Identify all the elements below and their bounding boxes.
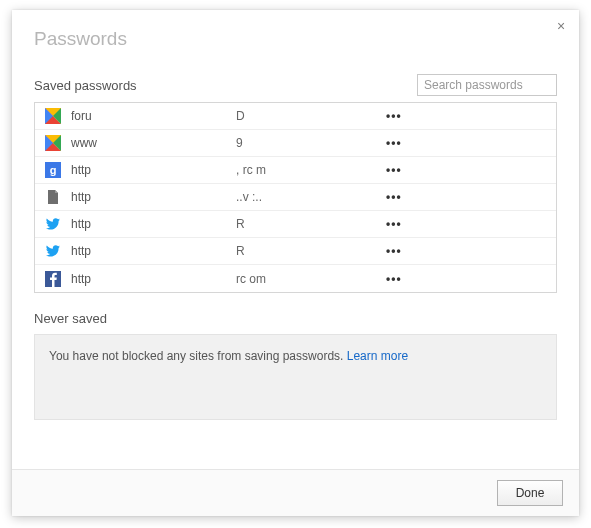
table-row[interactable]: http..v :..••• xyxy=(35,184,556,211)
done-button[interactable]: Done xyxy=(497,480,563,506)
dialog-content: Saved passwords foruD•••www9•••ghttp, rc… xyxy=(12,56,579,469)
table-row[interactable]: httprc om••• xyxy=(35,265,556,292)
close-button[interactable]: × xyxy=(551,16,571,36)
site-cell: foru xyxy=(71,109,236,123)
site-cell: http xyxy=(71,190,236,204)
search-input[interactable] xyxy=(417,74,557,96)
password-cell: ••• xyxy=(386,272,546,286)
table-row[interactable]: httpR••• xyxy=(35,211,556,238)
user-cell: ..v :.. xyxy=(236,190,386,204)
site-cell: www xyxy=(71,136,236,150)
dialog-title: Passwords xyxy=(12,10,579,56)
user-cell: R xyxy=(236,217,386,231)
password-cell: ••• xyxy=(386,190,546,204)
site-cell: http xyxy=(71,217,236,231)
facebook-icon xyxy=(45,271,61,287)
site-cell: http xyxy=(71,163,236,177)
twitter-icon xyxy=(45,243,61,259)
saved-passwords-label: Saved passwords xyxy=(34,78,137,93)
user-cell: , rc m xyxy=(236,163,386,177)
saved-header: Saved passwords xyxy=(34,74,557,96)
user-cell: R xyxy=(236,244,386,258)
user-cell: rc om xyxy=(236,272,386,286)
google-multicolor-icon xyxy=(45,135,61,151)
file-icon xyxy=(45,189,61,205)
password-cell: ••• xyxy=(386,136,546,150)
password-cell: ••• xyxy=(386,163,546,177)
password-cell: ••• xyxy=(386,217,546,231)
table-row[interactable]: www9••• xyxy=(35,130,556,157)
never-saved-box: You have not blocked any sites from savi… xyxy=(34,334,557,420)
twitter-icon xyxy=(45,216,61,232)
passwords-dialog: × Passwords Saved passwords foruD•••www9… xyxy=(12,10,579,516)
user-cell: 9 xyxy=(236,136,386,150)
site-cell: http xyxy=(71,244,236,258)
google-g-icon: g xyxy=(45,162,61,178)
password-cell: ••• xyxy=(386,109,546,123)
dialog-footer: Done xyxy=(12,469,579,516)
never-saved-message: You have not blocked any sites from savi… xyxy=(49,349,347,363)
table-row[interactable]: ghttp, rc m••• xyxy=(35,157,556,184)
table-row[interactable]: foruD••• xyxy=(35,103,556,130)
table-row[interactable]: httpR••• xyxy=(35,238,556,265)
never-saved-label: Never saved xyxy=(34,311,557,326)
user-cell: D xyxy=(236,109,386,123)
password-cell: ••• xyxy=(386,244,546,258)
google-multicolor-icon xyxy=(45,108,61,124)
passwords-table: foruD•••www9•••ghttp, rc m•••http..v :..… xyxy=(34,102,557,293)
learn-more-link[interactable]: Learn more xyxy=(347,349,408,363)
site-cell: http xyxy=(71,272,236,286)
svg-text:g: g xyxy=(50,164,57,176)
